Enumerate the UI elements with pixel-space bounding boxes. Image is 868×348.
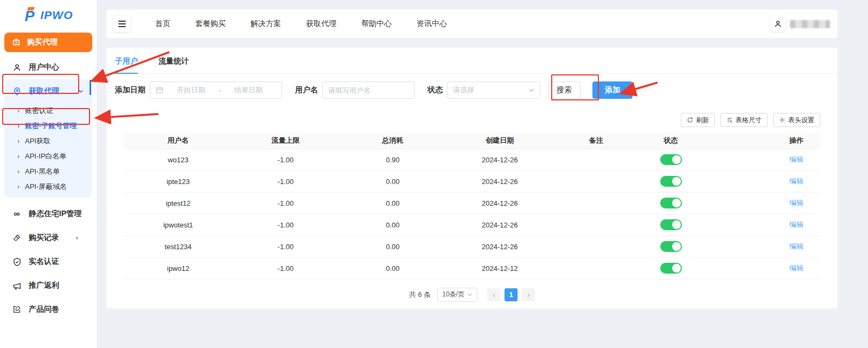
table-size-button[interactable]: 表格尺寸 (720, 113, 768, 127)
brand-name: IPWO (41, 9, 73, 22)
sidebar-item-real-name[interactable]: 实名认证 (0, 250, 97, 274)
sidebar-item-user-center[interactable]: 用户中心 (0, 55, 97, 79)
nav-help-center[interactable]: 帮助中心 (361, 19, 392, 29)
status-toggle[interactable] (660, 263, 682, 274)
sidebar-subitem-sub-account-mgmt[interactable]: 账密-子账号管理 (4, 118, 92, 134)
subitem-label: 账密-子账号管理 (25, 121, 76, 131)
table-toolbar: 刷新 表格尺寸 表头设置 (124, 113, 820, 127)
cell-created: 2024-12-26 (446, 170, 553, 192)
refresh-icon (687, 117, 693, 123)
edit-link[interactable]: 编辑 (789, 155, 803, 163)
next-page-button[interactable]: › (522, 288, 535, 301)
status-toggle[interactable] (660, 198, 682, 208)
cell-username: ipwo12 (124, 257, 232, 279)
location-pin-icon (12, 86, 22, 96)
cell-created: 2024-12-26 (446, 149, 553, 170)
cell-limit: -1.00 (232, 236, 339, 257)
pagination: 共 6 条 10条/页 ‹ 1 › (106, 288, 838, 302)
header-settings-button[interactable]: 表头设置 (773, 113, 820, 127)
chevron-right-icon: › (527, 290, 530, 299)
cell-remark (553, 170, 639, 192)
sidebar-item-referral[interactable]: 推广返利 (0, 274, 97, 298)
cell-limit: -1.00 (232, 192, 339, 214)
user-account-icon[interactable] (770, 16, 786, 31)
page-size-select[interactable]: 10条/页 (437, 288, 477, 302)
chevron-down-icon (78, 87, 84, 96)
cell-remark (553, 192, 639, 214)
chevron-left-icon: ‹ (493, 290, 495, 299)
cell-remark (553, 236, 639, 257)
nav-home[interactable]: 首页 (155, 19, 170, 29)
hamburger-menu-icon[interactable] (114, 16, 130, 32)
add-button[interactable]: 添加 (592, 81, 633, 99)
cell-remark (553, 149, 639, 170)
sidebar-item-label: 获取代理 (29, 86, 59, 96)
sidebar-item-label: 静态住宅IP管理 (29, 209, 81, 219)
edit-link[interactable]: 编辑 (789, 264, 803, 272)
filter-row: 添加日期 开始日期 - 结束日期 用户名 状态 请选择 搜索 添加 (115, 81, 829, 99)
top-header: 首页 套餐购买 解决方案 获取代理 帮助中心 资讯中心 (106, 10, 838, 38)
status-toggle[interactable] (660, 219, 682, 230)
sidebar-item-purchase-records[interactable]: 购买记录 ‹ (0, 226, 97, 250)
col-total-consumed: 总消耗 (339, 132, 446, 149)
prev-page-button[interactable]: ‹ (487, 288, 500, 301)
sidebar-subitem-api-whitelist[interactable]: API-IP白名单 (4, 149, 92, 164)
nav-solutions[interactable]: 解决方案 (251, 19, 281, 29)
cell-limit: -1.00 (232, 214, 339, 236)
user-icon (12, 62, 22, 72)
edit-link[interactable]: 编辑 (789, 242, 803, 250)
status-toggle[interactable] (660, 154, 682, 165)
status-select-placeholder: 请选择 (453, 85, 474, 95)
sidebar-item-buy-proxy[interactable]: 购买代理 (4, 33, 92, 52)
sidebar-subitem-account-auth[interactable]: 账密认证 (4, 103, 92, 118)
edit-link[interactable]: 编辑 (789, 199, 803, 207)
date-range-input[interactable]: 开始日期 - 结束日期 (150, 81, 282, 99)
edit-link[interactable]: 编辑 (789, 220, 803, 229)
cell-limit: -1.00 (232, 149, 339, 170)
table-row: wo123 -1.00 0.90 2024-12-26 编辑 (124, 149, 820, 170)
sidebar-group-get-proxy: 获取代理 账密认证 账密-子账号管理 API获取 API-IP白名单 API-黑… (4, 79, 92, 198)
page-size-value: 10条/页 (442, 290, 464, 299)
sidebar-item-get-proxy[interactable]: 获取代理 (4, 79, 92, 103)
search-button[interactable]: 搜索 (548, 81, 580, 99)
sub-user-table: 用户名 流量上限 总消耗 创建日期 备注 状态 操作 wo123 -1.00 0… (124, 132, 820, 280)
sidebar-subitem-api-blacklist[interactable]: API-黑名单 (4, 164, 92, 179)
date-filter-label: 添加日期 (115, 85, 145, 95)
sidebar-item-label: 实名认证 (29, 257, 59, 267)
sidebar-item-static-ip[interactable]: ∞ 静态住宅IP管理 (0, 202, 97, 226)
username-redacted (790, 20, 830, 28)
nav-get-proxy[interactable]: 获取代理 (306, 19, 336, 29)
cell-username: wo123 (124, 149, 232, 170)
shopping-bag-icon (12, 37, 21, 48)
tab-traffic-stats[interactable]: 流量统计 (158, 56, 189, 74)
current-page[interactable]: 1 (505, 288, 518, 301)
sidebar-item-label: 产品问卷 (29, 305, 59, 314)
table-row: iptest12 -1.00 0.00 2024-12-26 编辑 (124, 192, 820, 214)
status-select[interactable]: 请选择 (447, 81, 540, 99)
col-remark: 备注 (553, 132, 639, 149)
nav-news-center[interactable]: 资讯中心 (417, 19, 447, 29)
edit-link[interactable]: 编辑 (789, 177, 803, 185)
status-toggle[interactable] (660, 241, 682, 252)
sidebar: P IPWO 购买代理 用户中心 获取代理 账密认证 账密-子账号管理 API获… (0, 0, 97, 348)
sidebar-item-survey[interactable]: 产品问卷 (0, 298, 97, 321)
subitem-label: API-屏蔽域名 (25, 182, 67, 192)
sidebar-subitem-api-blocked-domains[interactable]: API-屏蔽域名 (4, 179, 92, 194)
cell-consumed: 0.90 (339, 149, 446, 170)
cell-created: 2024-12-26 (446, 192, 553, 214)
cell-created: 2024-12-12 (446, 257, 553, 279)
refresh-button[interactable]: 刷新 (681, 113, 715, 127)
brand-logo: P IPWO (0, 0, 97, 30)
refresh-label: 刷新 (696, 116, 709, 125)
status-toggle[interactable] (660, 176, 682, 187)
sidebar-item-label: 购买代理 (27, 37, 58, 47)
table-size-label: 表格尺寸 (736, 116, 762, 125)
nav-plans[interactable]: 套餐购买 (195, 19, 226, 29)
sidebar-subitem-api-get[interactable]: API获取 (4, 134, 92, 149)
tab-sub-user[interactable]: 子用户 (115, 56, 138, 74)
header-user-area (770, 16, 830, 31)
status-filter-label: 状态 (427, 85, 443, 95)
cell-consumed: 0.00 (339, 192, 446, 214)
chevron-down-icon (467, 292, 473, 298)
username-input[interactable] (322, 81, 414, 99)
